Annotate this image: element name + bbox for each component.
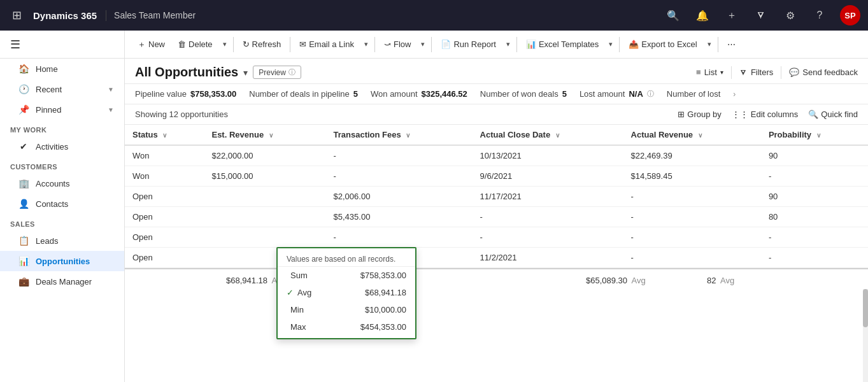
table-cell: -	[623, 207, 761, 227]
col-probability[interactable]: Probability ∨	[761, 125, 868, 145]
add-icon[interactable]: ＋	[723, 6, 741, 24]
report-chevron[interactable]: ▾	[504, 38, 513, 51]
export-chevron[interactable]: ▾	[705, 38, 714, 51]
table-cell: -	[326, 145, 473, 166]
help-icon[interactable]: ?	[811, 6, 829, 24]
col-close-date-label: Actual Close Date	[480, 130, 551, 139]
table-row[interactable]: Won$22,000.00-10/13/2021$22,469.3990	[125, 145, 868, 166]
brand-name: Dynamics 365	[33, 10, 97, 21]
table-row[interactable]: Won$15,000.00-9/6/2021$14,589.45-	[125, 166, 868, 187]
page-title-chevron[interactable]: ▾	[243, 67, 248, 78]
excel-templates-chevron[interactable]: ▾	[606, 38, 615, 51]
flow-chevron[interactable]: ▾	[418, 38, 427, 51]
section-sales: Sales	[0, 214, 124, 230]
excel-templates-button[interactable]: 📊 Excel Templates	[521, 37, 604, 52]
refresh-button[interactable]: ↻ Refresh	[238, 37, 287, 52]
preview-badge[interactable]: Preview ⓘ	[253, 66, 301, 79]
col-tx-fees[interactable]: Transaction Fees ∨	[326, 125, 473, 145]
table-row[interactable]: Open$2,006.0011/17/2021-90	[125, 187, 868, 207]
table-cell: $15,000.00	[204, 166, 325, 187]
filter-icon[interactable]: ⛛	[752, 6, 770, 24]
notification-icon[interactable]: 🔔	[694, 6, 711, 24]
quick-find-button[interactable]: 🔍 Quick find	[808, 110, 858, 119]
sidebar-item-recent[interactable]: 🕐 Recent ▼	[0, 79, 124, 99]
email-icon: ✉	[299, 39, 306, 49]
popup-aggregate-item[interactable]: Min $10,000.00	[278, 301, 415, 318]
sidebar-item-leads[interactable]: 📋 Leads	[0, 230, 124, 251]
delete-chevron[interactable]: ▾	[220, 38, 229, 51]
layout: ☰ 🏠 Home 🕐 Recent ▼ 📌 Pinned ▼ My Work ✔	[0, 31, 868, 382]
run-report-label: Run Report	[453, 39, 495, 49]
stats-next-icon[interactable]: ›	[733, 90, 736, 99]
sidebar-item-deals-manager[interactable]: 💼 Deals Manager	[0, 271, 124, 292]
sidebar-item-activities[interactable]: ✔ Activities	[0, 136, 124, 157]
popup-item-label: Avg	[297, 288, 311, 297]
col-est-revenue[interactable]: Est. Revenue ∨	[204, 125, 325, 145]
table-cell	[204, 227, 325, 248]
vertical-scrollbar[interactable]	[863, 289, 868, 382]
grid-icon[interactable]: ⊞	[8, 6, 25, 24]
refresh-icon: ↻	[243, 39, 250, 49]
popup-item-value: $10,000.00	[365, 305, 406, 315]
sidebar-toggle[interactable]: ☰	[0, 31, 124, 59]
app-name: Sales Team Member	[114, 10, 657, 20]
table-row[interactable]: Open$5,435.00--80	[125, 207, 868, 227]
filters-label: Filters	[751, 67, 773, 77]
table-cell: -	[623, 187, 761, 207]
table-cell: Open	[125, 248, 204, 268]
avatar[interactable]: SP	[840, 5, 860, 25]
table-row[interactable]: Open-11/2/2021--	[125, 248, 868, 268]
search-icon[interactable]: 🔍	[664, 6, 682, 24]
popup-aggregate-item[interactable]: Sum $758,353.00	[278, 267, 415, 284]
col-status[interactable]: Status ∨	[125, 125, 204, 145]
table-scroll[interactable]: Status ∨ Est. Revenue ∨ Transaction Fees…	[125, 125, 868, 382]
divider-1	[233, 37, 234, 52]
col-close-date[interactable]: Actual Close Date ∨	[473, 125, 623, 145]
send-feedback-button[interactable]: 💬 Send feedback	[789, 67, 858, 77]
footer-probability-value: 82	[707, 276, 716, 285]
flow-button[interactable]: ⤻ Flow	[379, 37, 416, 52]
popup-item-value: $758,353.00	[360, 271, 406, 280]
popup-title: Values are based on all records.	[278, 251, 415, 267]
popup-aggregate-item[interactable]: ✓ Avg $68,941.18	[278, 284, 415, 301]
col-probability-label: Probability	[769, 130, 811, 139]
popup-aggregate-item[interactable]: Max $454,353.00	[278, 318, 415, 336]
list-chevron-icon: ▾	[720, 69, 723, 76]
sidebar-item-accounts[interactable]: 🏢 Accounts	[0, 173, 124, 194]
col-actual-revenue[interactable]: Actual Revenue ∨	[623, 125, 761, 145]
more-options-button[interactable]: ⋯	[722, 37, 741, 52]
columns-icon: ⋮⋮	[732, 110, 748, 119]
export-excel-button[interactable]: 📤 Export to Excel	[623, 37, 702, 52]
chevron-down-icon: ▼	[108, 86, 114, 93]
table-cell: $2,006.00	[326, 187, 473, 207]
table-actions: ⊞ Group by ⋮⋮ Edit columns 🔍 Quick find	[678, 110, 858, 119]
delete-button[interactable]: 🗑 Delete	[173, 37, 218, 52]
table-cell: -	[623, 248, 761, 268]
email-chevron[interactable]: ▾	[362, 38, 371, 51]
sidebar-item-pinned[interactable]: 📌 Pinned ▼	[0, 99, 124, 120]
footer-probability: 82 Avg	[699, 273, 742, 288]
scrollbar-thumb[interactable]	[863, 289, 868, 327]
table-cell	[204, 187, 325, 207]
edit-columns-button[interactable]: ⋮⋮ Edit columns	[732, 110, 798, 119]
main-content: ＋ New 🗑 Delete ▾ ↻ Refresh ✉ Email a Lin…	[125, 31, 868, 382]
table-cell: $5,435.00	[326, 207, 473, 227]
quick-find-icon: 🔍	[808, 110, 818, 119]
sort-tx-fees-icon: ∨	[406, 132, 410, 139]
table-cell: 90	[761, 187, 868, 207]
new-button[interactable]: ＋ New	[132, 36, 170, 53]
sidebar-item-contacts[interactable]: 👤 Contacts	[0, 194, 124, 214]
run-report-button[interactable]: 📄 Run Report	[436, 37, 501, 52]
table-row[interactable]: Open----	[125, 227, 868, 248]
email-link-button[interactable]: ✉ Email a Link	[294, 37, 359, 52]
footer-close-date	[457, 278, 578, 283]
filters-button[interactable]: ⛛ Filters	[739, 67, 773, 77]
settings-icon[interactable]: ⚙	[781, 6, 799, 24]
group-by-button[interactable]: ⊞ Group by	[678, 110, 721, 119]
sidebar-item-opportunities[interactable]: 📊 Opportunities	[0, 251, 124, 271]
list-view-button[interactable]: ≡ List ▾	[696, 67, 723, 77]
divider-header	[731, 66, 732, 79]
sidebar-item-home[interactable]: 🏠 Home	[0, 59, 124, 79]
leads-icon: 📋	[18, 236, 29, 246]
table-cell: -	[326, 166, 473, 187]
